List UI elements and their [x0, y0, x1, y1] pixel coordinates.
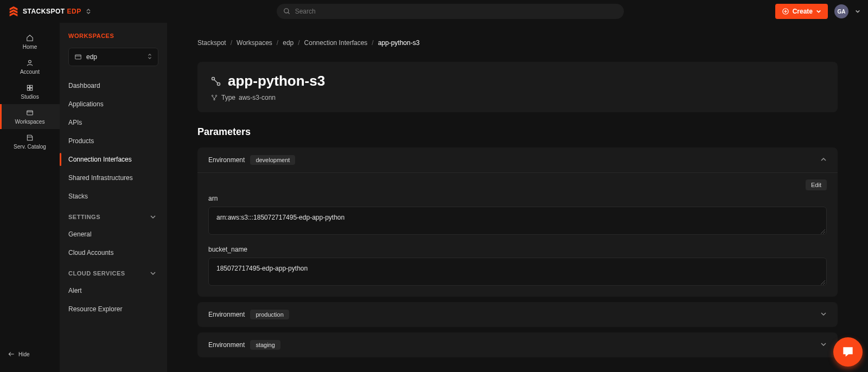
plus-circle-icon: [782, 8, 789, 15]
svg-point-20: [212, 95, 213, 96]
chevron-down-icon: [816, 9, 821, 14]
catalog-icon: [26, 134, 34, 142]
env-header-staging[interactable]: Environment staging: [197, 332, 838, 357]
sidebar-item-apis[interactable]: APIs: [68, 114, 158, 131]
collapse-icon: [8, 350, 15, 358]
bc-connection-interfaces[interactable]: Connection Interfaces: [304, 39, 368, 47]
env-chip-staging: staging: [250, 340, 280, 350]
rail-item-account[interactable]: Account: [0, 54, 60, 79]
updown-icon: [147, 52, 152, 62]
svg-rect-9: [27, 85, 29, 87]
avatar-menu-chevron-icon[interactable]: [855, 7, 860, 16]
top-header: STACKSPOT EDP Create GA: [0, 0, 868, 23]
env-label: Environment: [208, 341, 245, 349]
header-right: Create GA: [775, 4, 860, 19]
bc-edp[interactable]: edp: [283, 39, 293, 47]
svg-point-3: [284, 9, 288, 13]
context-switch-icon[interactable]: [85, 8, 92, 15]
sidebar-section-settings[interactable]: SETTINGS: [68, 206, 158, 225]
sidebar-item-products[interactable]: Products: [68, 132, 158, 150]
create-button[interactable]: Create: [775, 4, 828, 19]
type-value: aws-s3-conn: [239, 94, 276, 101]
rail-item-serv-catalog[interactable]: Serv. Catalog: [0, 129, 60, 154]
sidebar-item-connection-interfaces[interactable]: Connection Interfaces: [68, 151, 158, 168]
env-body-development: Edit arn arn:aws:s3:::185072717495-edp-a…: [197, 172, 838, 297]
svg-point-8: [29, 60, 31, 63]
resize-handle-icon[interactable]: [820, 279, 825, 284]
workspace-selector[interactable]: edp: [68, 48, 158, 66]
svg-line-4: [288, 12, 289, 14]
env-label: Environment: [208, 311, 245, 318]
search-input[interactable]: [295, 8, 617, 15]
bc-sep: /: [277, 39, 278, 47]
type-icon: [210, 94, 218, 101]
env-header-production[interactable]: Environment production: [197, 302, 838, 327]
chevron-down-icon: [820, 310, 827, 319]
logo-icon: [8, 5, 20, 17]
env-card-staging: Environment staging: [197, 332, 838, 357]
chevron-down-icon: [150, 270, 156, 277]
parameters-heading: Parameters: [197, 126, 838, 138]
sidebar-item-applications[interactable]: Applications: [68, 95, 158, 113]
svg-rect-10: [30, 85, 33, 87]
env-card-development: Environment development Edit arn arn:aws…: [197, 147, 838, 297]
edit-button[interactable]: Edit: [806, 179, 827, 190]
avatar[interactable]: GA: [834, 4, 848, 18]
env-label: Environment: [208, 156, 245, 164]
chevron-up-icon: [820, 155, 827, 165]
svg-point-21: [215, 95, 216, 96]
sidebar-item-general[interactable]: General: [68, 226, 158, 243]
search-icon: [283, 8, 291, 15]
bc-workspaces[interactable]: Workspaces: [237, 39, 272, 47]
sidebar-item-alert[interactable]: Alert: [68, 282, 158, 299]
svg-rect-13: [27, 110, 33, 114]
svg-rect-12: [30, 88, 33, 90]
svg-marker-2: [10, 12, 18, 16]
field-label-bucket-name: bucket_name: [208, 246, 827, 253]
env-chip-production: production: [250, 310, 289, 319]
chevron-down-icon: [820, 340, 827, 350]
logo-text: STACKSPOT EDP: [23, 8, 81, 15]
logo[interactable]: STACKSPOT EDP: [8, 5, 92, 17]
title-card: app-python-s3 Type aws-s3-conn: [197, 62, 838, 112]
svg-rect-16: [75, 55, 81, 59]
help-chat-fab[interactable]: [833, 337, 863, 367]
sidebar-heading: WORKSPACES: [68, 33, 158, 39]
resize-handle-icon[interactable]: [820, 228, 825, 233]
bc-stackspot[interactable]: Stackspot: [197, 39, 226, 47]
type-prefix: Type: [221, 94, 235, 101]
bc-sep: /: [231, 39, 232, 47]
bc-sep: /: [372, 39, 373, 47]
sidebar-item-cloud-accounts[interactable]: Cloud Accounts: [68, 244, 158, 261]
rail-item-home[interactable]: Home: [0, 29, 60, 54]
rail-hide-toggle[interactable]: Hide: [0, 342, 60, 367]
svg-rect-11: [27, 88, 29, 90]
primary-nav-rail: Home Account Studios Workspaces Serv. Ca…: [0, 23, 60, 372]
rail-item-studios[interactable]: Studios: [0, 79, 60, 104]
account-icon: [26, 59, 34, 67]
env-header-development[interactable]: Environment development: [197, 147, 838, 172]
chevron-down-icon: [150, 214, 156, 220]
connection-icon: [210, 76, 221, 87]
svg-point-22: [214, 99, 215, 100]
search-bar[interactable]: [277, 4, 624, 19]
chat-icon: [841, 345, 855, 359]
bc-current: app-python-s3: [378, 39, 420, 47]
home-icon: [26, 34, 34, 42]
sidebar-section-cloud-services[interactable]: CLOUD SERVICES: [68, 262, 158, 281]
secondary-sidebar: WORKSPACES edp Dashboard Applications AP…: [60, 23, 167, 372]
breadcrumb: Stackspot / Workspaces / edp / Connectio…: [197, 39, 838, 47]
env-card-production: Environment production: [197, 302, 838, 327]
sidebar-item-stacks[interactable]: Stacks: [68, 188, 158, 205]
rail-item-workspaces[interactable]: Workspaces: [0, 104, 60, 129]
sidebar-item-resource-explorer[interactable]: Resource Explorer: [68, 300, 158, 318]
studios-icon: [26, 84, 34, 92]
env-chip-development: development: [250, 155, 295, 165]
field-value-arn[interactable]: arn:aws:s3:::185072717495-edp-app-python: [208, 207, 827, 235]
workspaces-icon: [26, 109, 34, 117]
sidebar-item-shared-infrastructures[interactable]: Shared Infrastructures: [68, 169, 158, 187]
page-title: app-python-s3: [228, 73, 325, 89]
field-value-bucket-name[interactable]: 185072717495-edp-app-python: [208, 258, 827, 286]
main-content: Stackspot / Workspaces / edp / Connectio…: [167, 23, 868, 372]
sidebar-item-dashboard[interactable]: Dashboard: [68, 77, 158, 94]
